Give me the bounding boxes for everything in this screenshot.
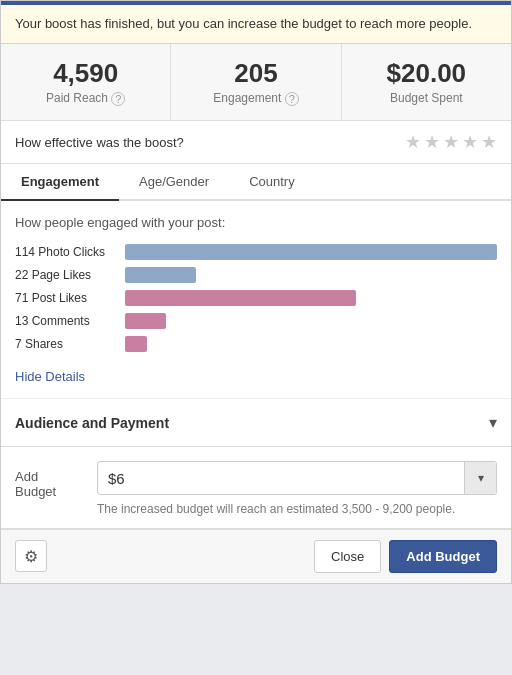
audience-section: Audience and Payment ▾ (1, 399, 511, 447)
engagement-section-title: How people engaged with your post: (15, 215, 497, 230)
star-5[interactable]: ★ (481, 131, 497, 153)
metric-row-post-likes: 71 Post Likes (15, 290, 497, 306)
settings-button[interactable]: ⚙ (15, 540, 47, 572)
budget-spent-cell: $20.00 Budget Spent (342, 44, 511, 120)
audience-header[interactable]: Audience and Payment ▾ (1, 399, 511, 446)
star-1[interactable]: ★ (405, 131, 421, 153)
engagement-cell: 205 Engagement ? (171, 44, 341, 120)
metric-label-comments: 13 Comments (15, 314, 125, 328)
engagement-help-icon[interactable]: ? (285, 92, 299, 106)
stats-row: 4,590 Paid Reach ? 205 Engagement ? $20.… (1, 44, 511, 121)
chevron-down-icon: ▾ (489, 413, 497, 432)
close-button[interactable]: Close (314, 540, 381, 573)
metric-label-post-likes: 71 Post Likes (15, 291, 125, 305)
tab-country[interactable]: Country (229, 164, 315, 201)
metric-bar-shares (125, 336, 497, 352)
budget-select-value: $6 (98, 470, 464, 487)
notice-text: Your boost has finished, but you can inc… (15, 16, 472, 31)
star-rating[interactable]: ★ ★ ★ ★ ★ (405, 131, 497, 153)
budget-spent-label: Budget Spent (350, 91, 503, 105)
gear-icon: ⚙ (24, 547, 38, 566)
metric-bar-photo-clicks (125, 244, 497, 260)
metric-row-comments: 13 Comments (15, 313, 497, 329)
engagement-value: 205 (179, 58, 332, 89)
budget-hint: The increased budget will reach an estim… (97, 501, 497, 518)
footer-left: ⚙ (15, 540, 47, 572)
star-2[interactable]: ★ (424, 131, 440, 153)
star-3[interactable]: ★ (443, 131, 459, 153)
budget-spent-value: $20.00 (350, 58, 503, 89)
metric-bar-fill-page-likes (125, 267, 196, 283)
budget-select[interactable]: $6 ▾ (97, 461, 497, 495)
tab-age-gender[interactable]: Age/Gender (119, 164, 229, 201)
metric-label-photo-clicks: 114 Photo Clicks (15, 245, 125, 259)
budget-dropdown-arrow-icon[interactable]: ▾ (464, 462, 496, 494)
budget-row: AddBudget $6 ▾ The increased budget will… (15, 461, 497, 518)
engagement-section: How people engaged with your post: 114 P… (1, 201, 511, 399)
footer: ⚙ Close Add Budget (1, 529, 511, 583)
metric-bar-fill-photo-clicks (125, 244, 497, 260)
notice-banner: Your boost has finished, but you can inc… (1, 5, 511, 44)
paid-reach-cell: 4,590 Paid Reach ? (1, 44, 171, 120)
metric-bar-fill-post-likes (125, 290, 356, 306)
paid-reach-value: 4,590 (9, 58, 162, 89)
add-budget-button[interactable]: Add Budget (389, 540, 497, 573)
metric-row-page-likes: 22 Page Likes (15, 267, 497, 283)
metric-bar-page-likes (125, 267, 497, 283)
effectiveness-label: How effective was the boost? (15, 135, 184, 150)
metric-label-page-likes: 22 Page Likes (15, 268, 125, 282)
metric-bar-fill-shares (125, 336, 147, 352)
audience-header-label: Audience and Payment (15, 415, 169, 431)
metric-row-shares: 7 Shares (15, 336, 497, 352)
metric-row-photo-clicks: 114 Photo Clicks (15, 244, 497, 260)
metric-bar-comments (125, 313, 497, 329)
hide-details-link[interactable]: Hide Details (15, 369, 85, 384)
modal: Your boost has finished, but you can inc… (0, 0, 512, 584)
add-budget-section: AddBudget $6 ▾ The increased budget will… (1, 447, 511, 529)
engagement-label: Engagement ? (179, 91, 332, 106)
paid-reach-label: Paid Reach ? (9, 91, 162, 106)
metric-bar-post-likes (125, 290, 497, 306)
tab-engagement[interactable]: Engagement (1, 164, 119, 201)
budget-input-wrap: $6 ▾ The increased budget will reach an … (97, 461, 497, 518)
tabs-row: Engagement Age/Gender Country (1, 164, 511, 201)
paid-reach-help-icon[interactable]: ? (111, 92, 125, 106)
metric-label-shares: 7 Shares (15, 337, 125, 351)
star-4[interactable]: ★ (462, 131, 478, 153)
effectiveness-row: How effective was the boost? ★ ★ ★ ★ ★ (1, 121, 511, 164)
budget-row-label: AddBudget (15, 461, 85, 499)
metric-bar-fill-comments (125, 313, 166, 329)
